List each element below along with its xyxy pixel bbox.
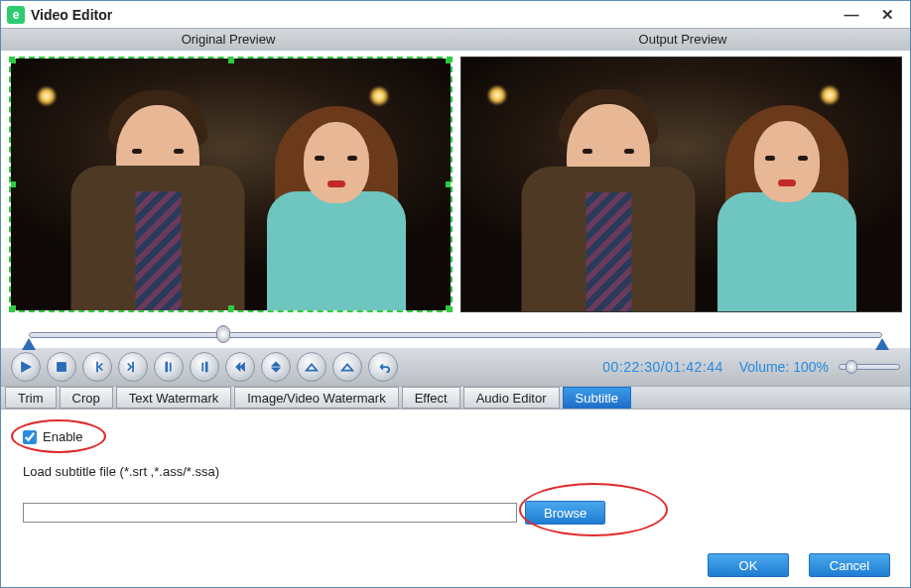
crop-handle[interactable] — [446, 58, 452, 63]
svg-rect-0 — [58, 363, 66, 372]
volume-thumb[interactable] — [846, 360, 857, 374]
tab-crop[interactable]: Crop — [60, 387, 113, 409]
tab-effect[interactable]: Effect — [402, 387, 460, 409]
browse-button[interactable]: Browse — [525, 501, 605, 525]
crop-handle[interactable] — [10, 305, 16, 311]
preview-header: Original Preview Output Preview — [1, 29, 910, 51]
cancel-button[interactable]: Cancel — [809, 553, 890, 577]
time-total: 01:42:44 — [665, 359, 723, 375]
tab-text-watermark[interactable]: Text Watermark — [116, 387, 232, 409]
app-icon: e — [7, 6, 25, 24]
flip-vertical-button[interactable] — [332, 352, 362, 382]
crop-handle[interactable] — [228, 305, 234, 311]
step-back-button[interactable] — [82, 352, 112, 382]
enable-label: Enable — [43, 429, 82, 444]
tab-subtitle[interactable]: Subtitle — [563, 387, 631, 409]
tab-audio-editor[interactable]: Audio Editor — [463, 387, 560, 409]
time-readout: 00:22:30/01:42:44 — [602, 359, 722, 375]
close-button[interactable]: ✕ — [878, 6, 896, 24]
range-end-marker[interactable] — [875, 338, 889, 350]
title-bar: e Video Editor — ✕ — [1, 1, 910, 29]
tab-trim[interactable]: Trim — [5, 387, 57, 409]
volume-label: Volume: 100% — [739, 359, 829, 375]
mark-out-button[interactable] — [190, 352, 219, 382]
play-button[interactable] — [11, 352, 41, 382]
subtitle-path-input[interactable] — [23, 503, 517, 523]
original-preview[interactable] — [9, 57, 453, 312]
minimize-button[interactable]: — — [843, 6, 860, 24]
volume-slider[interactable] — [839, 364, 900, 370]
crop-handle[interactable] — [446, 305, 452, 311]
goto-in-button[interactable] — [225, 352, 255, 382]
crop-handle[interactable] — [228, 58, 234, 63]
timeline-slider[interactable] — [29, 326, 882, 344]
volume-value: 100% — [793, 359, 829, 375]
step-forward-button[interactable] — [118, 352, 148, 382]
playback-controls: 00:22:30/01:42:44 Volume: 100% — [1, 348, 910, 386]
dialog-footer: OK Cancel — [1, 543, 910, 587]
window-title: Video Editor — [31, 7, 112, 23]
flip-horizontal-button[interactable] — [297, 352, 326, 382]
tab-image-watermark[interactable]: Image/Video Watermark — [234, 387, 398, 409]
ok-button[interactable]: OK — [708, 553, 789, 577]
original-preview-label: Original Preview — [1, 29, 456, 51]
range-start-marker[interactable] — [22, 338, 36, 350]
goto-out-button[interactable] — [261, 352, 291, 382]
window-controls: — ✕ — [843, 6, 906, 24]
load-subtitle-label: Load subtitle file (*.srt ,*.ass/*.ssa) — [23, 464, 888, 479]
output-preview-label: Output Preview — [456, 29, 910, 51]
enable-checkbox[interactable] — [23, 430, 37, 444]
time-current: 00:22:30 — [602, 359, 661, 375]
crop-handle[interactable] — [10, 58, 16, 63]
timeline-thumb[interactable] — [216, 325, 230, 343]
crop-handle[interactable] — [446, 181, 452, 187]
output-preview — [460, 57, 902, 312]
timeline-area — [1, 318, 910, 348]
video-editor-window: e Video Editor — ✕ Original Preview Outp… — [0, 0, 911, 588]
stop-button[interactable] — [47, 352, 76, 382]
crop-handle[interactable] — [10, 181, 16, 187]
tab-strip: Trim Crop Text Watermark Image/Video Wat… — [1, 386, 910, 410]
undo-button[interactable] — [368, 352, 398, 382]
subtitle-panel: Enable Load subtitle file (*.srt ,*.ass/… — [1, 410, 910, 543]
mark-in-button[interactable] — [154, 352, 184, 382]
preview-row — [1, 51, 910, 318]
